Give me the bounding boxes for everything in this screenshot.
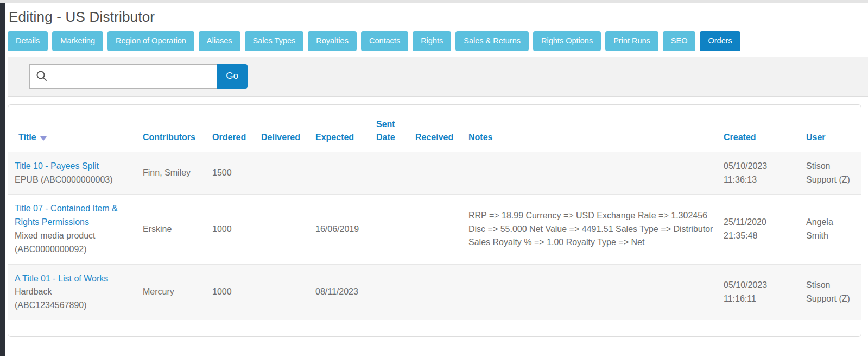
tab-details[interactable]: Details (8, 31, 48, 51)
column-header-contributors[interactable]: Contributors (138, 105, 208, 152)
sidebar-edge (0, 3, 5, 356)
cell-expected (311, 152, 372, 195)
cell-title: A Title 01 - List of Works Hardback (ABC… (8, 264, 138, 320)
sort-desc-icon (40, 136, 47, 141)
cell-delivered (257, 264, 311, 320)
editing-distributor-page: Editing - US Distributor Details Marketi… (8, 0, 868, 337)
search-input[interactable] (29, 64, 217, 89)
orders-table: Title Contributors Ordered Delivered Exp… (8, 105, 861, 320)
column-header-ordered[interactable]: Ordered (208, 105, 257, 152)
cell-sent-date (372, 195, 411, 264)
tab-royalties[interactable]: Royalties (308, 31, 357, 51)
cell-sent-date (372, 152, 411, 195)
cell-received (411, 152, 464, 195)
cell-ordered: 1000 (208, 195, 257, 264)
tab-orders[interactable]: Orders (700, 31, 740, 51)
go-button[interactable]: Go (217, 64, 248, 89)
top-edge-strip (0, 0, 868, 3)
column-header-title[interactable]: Title (8, 105, 138, 152)
cell-contributors: Erskine (138, 195, 208, 264)
table-row: Title 10 - Payees Split EPUB (ABC0000000… (8, 152, 861, 195)
cell-created: 05/10/2023 11:36:13 (719, 152, 802, 195)
tab-contacts[interactable]: Contacts (361, 31, 408, 51)
tab-sales-and-returns[interactable]: Sales & Returns (455, 31, 529, 51)
table-row: Title 07 - Contained Item & Rights Permi… (8, 195, 861, 264)
tab-rights[interactable]: Rights (413, 31, 451, 51)
cell-ordered: 1500 (208, 152, 257, 195)
orders-table-card: Title Contributors Ordered Delivered Exp… (8, 104, 861, 337)
table-header-row: Title Contributors Ordered Delivered Exp… (8, 105, 861, 152)
order-title-link[interactable]: A Title 01 - List of Works (15, 274, 108, 283)
cell-contributors: Finn, Smiley (138, 152, 208, 195)
cell-user: Stison Support (Z) (802, 264, 861, 320)
cell-created: 25/11/2020 21:35:48 (719, 195, 802, 264)
column-header-received[interactable]: Received (411, 105, 464, 152)
order-title-link[interactable]: Title 07 - Contained Item & Rights Permi… (15, 204, 118, 227)
cell-delivered (257, 152, 311, 195)
order-format-isbn: Mixed media product (ABC0000000092) (15, 229, 123, 256)
cell-notes (464, 264, 719, 320)
column-header-expected[interactable]: Expected (311, 105, 372, 152)
cell-contributors: Mercury (138, 264, 208, 320)
cell-received (411, 264, 464, 320)
cell-expected: 16/06/2019 (311, 195, 372, 264)
cell-title: Title 07 - Contained Item & Rights Permi… (8, 195, 138, 264)
cell-sent-date (372, 264, 411, 320)
cell-delivered (257, 195, 311, 264)
page-title: Editing - US Distributor (9, 9, 868, 26)
tab-sales-types[interactable]: Sales Types (245, 31, 304, 51)
table-row: A Title 01 - List of Works Hardback (ABC… (8, 264, 861, 320)
order-format-isbn: Hardback (ABC1234567890) (15, 285, 123, 312)
order-format-isbn: EPUB (ABC0000000003) (15, 173, 123, 187)
cell-received (411, 195, 464, 264)
column-header-delivered[interactable]: Delivered (257, 105, 311, 152)
search-section: Go (8, 57, 868, 97)
cell-created: 05/10/2023 11:16:11 (719, 264, 802, 320)
cell-notes (464, 152, 719, 195)
cell-ordered: 1000 (208, 264, 257, 320)
tab-region-of-operation[interactable]: Region of Operation (107, 31, 194, 51)
tab-bar: Details Marketing Region of Operation Al… (8, 31, 868, 51)
tab-aliases[interactable]: Aliases (199, 31, 240, 51)
column-header-user[interactable]: User (802, 105, 861, 152)
cell-title: Title 10 - Payees Split EPUB (ABC0000000… (8, 152, 138, 195)
cell-expected: 08/11/2023 (311, 264, 372, 320)
tab-rights-options[interactable]: Rights Options (533, 31, 601, 51)
order-title-link[interactable]: Title 10 - Payees Split (15, 161, 99, 171)
column-header-sent-date[interactable]: Sent Date (372, 105, 411, 152)
column-header-notes[interactable]: Notes (464, 105, 719, 152)
column-header-created[interactable]: Created (719, 105, 802, 152)
tab-marketing[interactable]: Marketing (52, 31, 103, 51)
tab-seo[interactable]: SEO (663, 31, 696, 51)
cell-user: Angela Smith (802, 195, 861, 264)
cell-user: Stison Support (Z) (802, 152, 861, 195)
tab-print-runs[interactable]: Print Runs (605, 31, 658, 51)
cell-notes: RRP => 18.99 Currency => USD Exchange Ra… (464, 195, 719, 264)
